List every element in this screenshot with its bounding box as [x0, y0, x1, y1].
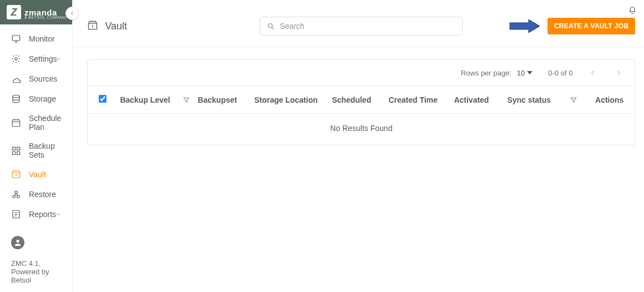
restore-icon [11, 189, 21, 199]
user-icon [13, 238, 22, 247]
arrow-annotation-icon [509, 18, 541, 34]
svg-rect-7 [17, 152, 20, 154]
sidebar-item-custom-reports[interactable]: Custom Reports [0, 224, 72, 230]
vault-table-card: Rows per page: 10 0-0 of 0 [87, 59, 635, 145]
svg-rect-4 [12, 147, 15, 150]
svg-point-1 [15, 58, 18, 61]
sidebar-item-label: Restore [29, 190, 56, 199]
main: Vault CREATE A VAULT JOB Rows per page [73, 0, 644, 292]
footer-version: ZMC 4.1, Powered by Betsol [11, 259, 61, 284]
svg-rect-6 [12, 152, 15, 154]
filter-sync-status-button[interactable] [568, 96, 579, 104]
gear-icon [11, 54, 21, 64]
svg-point-11 [15, 191, 18, 194]
brand-tagline: A BETSOL COMPANY [24, 16, 68, 19]
page-title: Vault [105, 21, 127, 32]
page-header: Vault CREATE A VAULT JOB [73, 13, 644, 47]
pagination-range: 0-0 of 0 [548, 69, 572, 77]
column-activated[interactable]: Activated [454, 95, 501, 104]
select-all-cell [99, 95, 114, 104]
filter-icon [182, 96, 190, 104]
rows-per-page-value: 10 [517, 69, 525, 77]
sidebar-item-label: Settings [29, 54, 57, 63]
svg-rect-3 [12, 120, 20, 127]
content: Rows per page: 10 0-0 of 0 [73, 47, 644, 158]
filter-icon [570, 96, 577, 104]
create-vault-job-button[interactable]: CREATE A VAULT JOB [547, 18, 636, 34]
sidebar-item-reports[interactable]: Reports [0, 204, 72, 224]
table-empty-message: No Results Found [88, 114, 635, 145]
chevron-right-icon [615, 69, 622, 77]
column-created-time[interactable]: Created Time [388, 95, 448, 104]
storage-icon [11, 94, 21, 104]
rows-per-page-select[interactable]: 10 [517, 69, 533, 77]
svg-rect-0 [12, 36, 20, 41]
column-backup-level[interactable]: Backup Level [120, 95, 175, 104]
user-menu-button[interactable] [11, 236, 24, 249]
filter-backup-level-button[interactable] [181, 96, 192, 104]
sidebar-footer: ZMC 4.1, Powered by Betsol [0, 230, 72, 292]
sidebar-item-backup-sets[interactable]: Backup Sets [0, 137, 72, 164]
table-pagination-bar: Rows per page: 10 0-0 of 0 [88, 60, 635, 86]
backupsets-icon [11, 145, 21, 155]
reports-icon [11, 209, 21, 219]
svg-point-2 [13, 95, 19, 98]
sidebar-item-vault[interactable]: Vault [0, 164, 72, 184]
table-header-row: Backup Level Backupset Storage Location … [88, 86, 635, 114]
svg-point-14 [16, 240, 19, 243]
monitor-icon [11, 34, 21, 44]
column-storage-location[interactable]: Storage Location [254, 95, 326, 104]
vault-icon [11, 169, 21, 179]
brand-mark-icon: Z [7, 5, 21, 19]
column-sync-status[interactable]: Sync status [507, 95, 562, 104]
sidebar-item-label: Backup Sets [29, 142, 61, 159]
sidebar-item-sources[interactable]: Sources [0, 69, 72, 89]
sidebar-item-label: Custom Reports [29, 229, 61, 230]
sidebar-item-label: Schedule Plan [29, 114, 61, 132]
select-all-checkbox[interactable] [99, 95, 107, 103]
calendar-icon [11, 118, 21, 128]
sidebar-item-label: Reports [29, 210, 56, 219]
prev-page-button[interactable] [588, 68, 598, 78]
search-icon [267, 22, 275, 31]
sidebar-header: Z zmanda A BETSOL COMPANY [0, 0, 72, 24]
column-actions: Actions [585, 95, 623, 104]
sidebar-item-restore[interactable]: Restore [0, 184, 72, 204]
rows-per-page-label: Rows per page: [461, 69, 511, 77]
sidebar-item-settings[interactable]: Settings [0, 49, 72, 69]
vault-icon [87, 20, 98, 33]
sidebar-item-monitor[interactable]: Monitor [0, 29, 72, 49]
sidebar-item-label: Sources [29, 74, 57, 83]
caret-down-icon [527, 70, 533, 75]
sidebar-item-schedule-plan[interactable]: Schedule Plan [0, 109, 72, 137]
sidebar-nav: Monitor Settings Sources Storage Schedul… [0, 24, 72, 230]
sidebar-item-storage[interactable]: Storage [0, 89, 72, 109]
search-box[interactable] [260, 17, 463, 36]
sources-icon [11, 74, 21, 84]
next-page-button[interactable] [613, 68, 623, 78]
svg-point-16 [268, 23, 273, 28]
chevron-left-icon [589, 69, 597, 77]
column-backupset[interactable]: Backupset [197, 95, 249, 104]
svg-rect-5 [17, 147, 20, 150]
column-scheduled[interactable]: Scheduled [332, 95, 383, 104]
chevron-down-icon [54, 55, 62, 63]
sidebar: Z zmanda A BETSOL COMPANY Monitor Settin… [0, 0, 73, 292]
topbar [73, 0, 644, 13]
chevron-down-icon [54, 210, 62, 218]
sidebar-item-label: Storage [29, 94, 56, 103]
search-input[interactable] [280, 22, 455, 31]
sidebar-item-label: Vault [29, 170, 46, 179]
sidebar-item-label: Monitor [29, 34, 55, 43]
